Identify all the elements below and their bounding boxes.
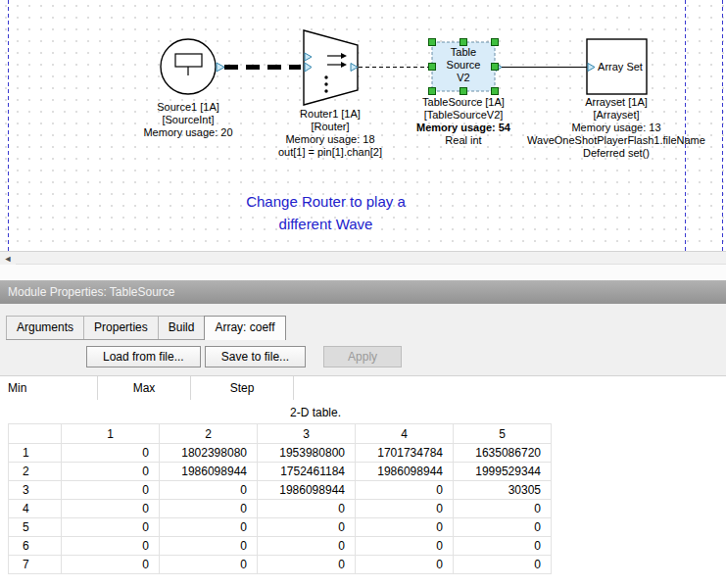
param-header-max: Max [98, 376, 191, 400]
table-cell[interactable]: 0 [356, 500, 454, 518]
selection-handle[interactable] [460, 39, 467, 46]
coeff-table: 12345 1018023980801953980800170173478416… [8, 423, 552, 574]
selection-handle[interactable] [460, 88, 467, 95]
coeff-table-head-row: 12345 [9, 424, 552, 444]
canvas-horizontal-scrollbar[interactable]: ◄ [0, 251, 726, 265]
table-cell[interactable]: 1752461184 [258, 463, 356, 481]
table-cell[interactable]: 0 [454, 518, 552, 537]
table-cell[interactable]: 0 [258, 500, 356, 518]
table-cell[interactable]: 0 [454, 556, 552, 574]
arrayset-block-title: Array Set [594, 61, 647, 73]
table-cell[interactable]: 0 [62, 463, 160, 481]
load-from-file-button[interactable]: Load from file... [86, 346, 201, 368]
block-label: Memory usage: 13 [508, 122, 724, 134]
table-cell[interactable]: 1953980800 [258, 444, 356, 463]
table-cell[interactable]: 0 [160, 518, 258, 537]
table-cell[interactable]: 1986098944 [160, 463, 258, 481]
param-header-min: Min [0, 376, 98, 400]
table-cell[interactable]: 0 [160, 556, 258, 574]
tab-arguments[interactable]: Arguments [6, 316, 84, 339]
table-row: 600000 [9, 537, 552, 556]
row-header[interactable]: 6 [9, 537, 62, 556]
scroll-left-arrow-icon[interactable]: ◄ [0, 252, 16, 265]
block-label: Memory usage: 20 [110, 126, 266, 139]
tab-strip: Arguments Properties Build Array: coeff [6, 316, 285, 340]
block-label: [SourceInt] [110, 114, 266, 126]
table-cell[interactable]: 0 [62, 537, 160, 556]
diagram-annotation[interactable]: Change Router to play a different Wave [220, 190, 431, 235]
app-window: Table Source V2 Array Set Source1 [1A] [… [0, 0, 726, 588]
table-corner[interactable] [9, 424, 62, 444]
row-header[interactable]: 4 [9, 500, 62, 518]
table-row: 700000 [9, 556, 552, 574]
table-cell[interactable]: 0 [454, 537, 552, 556]
table-cell[interactable]: 1999529344 [454, 463, 552, 481]
row-header[interactable]: 2 [9, 463, 62, 481]
block-label: Arrayset [1A] [508, 96, 724, 109]
block-label: Source1 [1A] [110, 101, 266, 114]
table-cell[interactable]: 0 [356, 481, 454, 500]
column-header[interactable]: 5 [454, 424, 552, 444]
tab-array-coeff[interactable]: Array: coeff [204, 316, 285, 340]
table-cell[interactable]: 1802398080 [160, 444, 258, 463]
source-block[interactable] [161, 39, 224, 94]
table-cell[interactable]: 0 [258, 537, 356, 556]
block-label: WaveOneShotPlayerFlash1.fileName [508, 134, 724, 147]
table-cell[interactable]: 0 [160, 500, 258, 518]
column-header[interactable]: 2 [160, 424, 258, 444]
panel-splitter[interactable] [0, 265, 726, 280]
table-cell[interactable]: 1986098944 [356, 463, 454, 481]
table-cell[interactable]: 0 [160, 537, 258, 556]
table-cell[interactable]: 0 [356, 556, 454, 574]
row-header[interactable]: 3 [9, 481, 62, 500]
router-trapezoid-icon [304, 30, 358, 105]
selection-handle[interactable] [492, 39, 499, 46]
table-cell[interactable]: 1635086720 [454, 444, 552, 463]
column-header[interactable]: 4 [356, 424, 454, 444]
block-title-line: V2 [432, 72, 495, 84]
table-cell[interactable]: 0 [62, 481, 160, 500]
table-cell[interactable]: 0 [62, 518, 160, 537]
row-header[interactable]: 1 [9, 444, 62, 463]
router-block[interactable] [304, 30, 358, 105]
row-header[interactable]: 7 [9, 556, 62, 574]
selection-handle[interactable] [429, 88, 436, 95]
table-cell[interactable]: 0 [62, 556, 160, 574]
table-cell[interactable]: 0 [62, 500, 160, 518]
table-cell[interactable]: 1701734784 [356, 444, 454, 463]
selection-handle[interactable] [429, 39, 436, 46]
table-row: 2019860989441752461184198609894419995293… [9, 463, 552, 481]
coeff-table-body: 1018023980801953980800170173478416350867… [9, 444, 552, 574]
table-cell[interactable]: 0 [258, 556, 356, 574]
column-header[interactable]: 3 [258, 424, 356, 444]
table-cell[interactable]: 0 [356, 518, 454, 537]
table-cell[interactable]: 0 [258, 518, 356, 537]
selection-handle[interactable] [492, 88, 499, 95]
block-title-line: Table [432, 46, 495, 59]
column-header[interactable]: 1 [62, 424, 160, 444]
table-cell[interactable]: 1986098944 [258, 481, 356, 500]
block-label: Deferred set() [508, 147, 724, 160]
tab-build[interactable]: Build [158, 316, 206, 339]
table-cell[interactable]: 0 [454, 500, 552, 518]
source-block-labels: Source1 [1A] [SourceInt] Memory usage: 2… [110, 101, 266, 139]
tablesource-block-title: Table Source V2 [432, 46, 495, 84]
array-tab-content: Min Max Step 2-D table. 12345 1018023980… [0, 375, 726, 588]
save-to-file-button[interactable]: Save to file... [205, 346, 306, 368]
table-cell[interactable]: 0 [356, 537, 454, 556]
table-cell[interactable]: 0 [160, 481, 258, 500]
diagram-canvas[interactable]: Table Source V2 Array Set Source1 [1A] [… [0, 0, 726, 251]
table-row: 500000 [9, 518, 552, 537]
source-output-pin-icon[interactable] [217, 63, 224, 72]
arrayset-block-labels: Arrayset [1A] [Arrayset] Memory usage: 1… [508, 96, 724, 160]
apply-button[interactable]: Apply [323, 346, 402, 368]
table-cell[interactable]: 0 [62, 444, 160, 463]
file-button-row: Load from file... Save to file... Apply [86, 346, 726, 368]
tab-properties[interactable]: Properties [83, 316, 159, 339]
table-caption: 2-D table. [0, 406, 631, 419]
row-header[interactable]: 5 [9, 518, 62, 537]
router-channel-dot [324, 89, 327, 92]
table-cell[interactable]: 30305 [454, 481, 552, 500]
router-channel-dot [324, 75, 327, 78]
router-channel-dot [324, 82, 327, 85]
